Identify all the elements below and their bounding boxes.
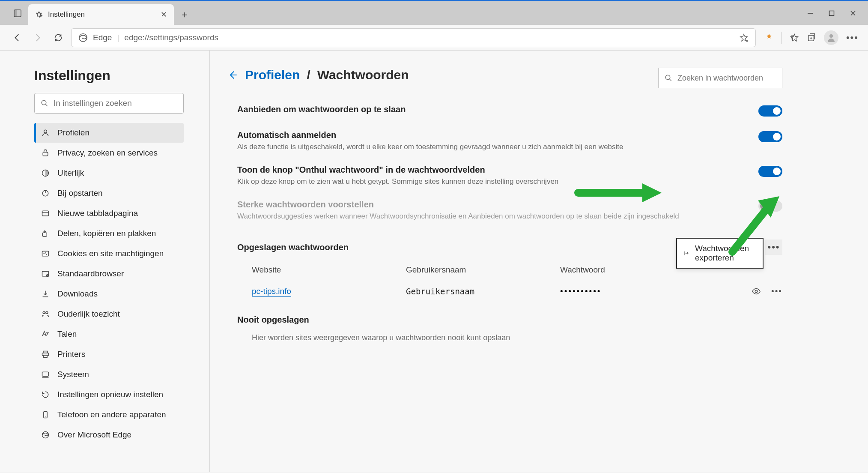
back-button[interactable]	[9, 30, 25, 45]
row-actions: •••	[752, 287, 782, 296]
reveal-password-icon[interactable]	[752, 287, 761, 296]
svg-rect-18	[42, 211, 49, 216]
sidebar-item-share[interactable]: Delen, kopiëren en plakken	[34, 224, 184, 243]
browser-toolbar: Edge | edge://settings/passwords •••	[0, 25, 868, 51]
svg-rect-14	[43, 152, 48, 156]
address-bar[interactable]: Edge | edge://settings/passwords	[71, 28, 756, 47]
svg-point-35	[45, 416, 46, 417]
newtab-icon	[40, 209, 51, 218]
sidebar-item-family[interactable]: Ouderlijk toezicht	[34, 304, 184, 324]
sidebar-item-language[interactable]: Talen	[34, 324, 184, 344]
sidebar-item-label: Systeem	[57, 370, 89, 379]
breadcrumb-back-icon[interactable]	[228, 70, 238, 80]
svg-rect-3	[829, 11, 834, 15]
setting-toggle[interactable]	[758, 166, 782, 177]
family-icon	[40, 310, 51, 318]
col-website: Website	[252, 265, 406, 275]
password-username: Gebruikersnaam	[406, 287, 560, 296]
forward-button[interactable]	[30, 30, 45, 45]
sidebar-item-edge[interactable]: Over Microsoft Edge	[34, 425, 184, 445]
sidebar-item-reset[interactable]: Instellingen opnieuw instellen	[34, 385, 184, 404]
setting-title: Sterke wachtwoorden voorstellen	[237, 200, 679, 210]
new-tab-button[interactable]: ＋	[174, 4, 195, 25]
appearance-icon	[40, 169, 51, 177]
password-site-link[interactable]: pc-tips.info	[252, 287, 291, 297]
settings-search-input[interactable]: In instellingen zoeken	[34, 93, 184, 114]
sidebar-item-label: Delen, kopiëren en plakken	[57, 229, 156, 238]
sidebar-item-label: Privacy, zoeken en services	[57, 148, 158, 158]
close-tab-icon[interactable]: ✕	[161, 10, 167, 19]
close-window-icon[interactable]	[850, 10, 856, 16]
setting-title: Automatisch aanmelden	[237, 130, 623, 140]
sidebar-item-person[interactable]: Profielen	[34, 123, 184, 143]
svg-rect-20	[42, 233, 47, 236]
setting-row: Automatisch aanmeldenAls deze functie is…	[237, 124, 782, 159]
col-username: Gebruikersnaam	[406, 265, 560, 275]
sidebar-item-default[interactable]: Standaardbrowser	[34, 264, 184, 284]
power-icon	[40, 189, 51, 198]
sidebar-item-lock[interactable]: Privacy, zoeken en services	[34, 143, 184, 163]
password-search-placeholder: Zoeken in wachtwoorden	[677, 74, 763, 83]
reload-button[interactable]	[51, 30, 66, 45]
extensions-icon[interactable]	[764, 33, 774, 42]
sidebar-item-printer[interactable]: Printers	[34, 344, 184, 364]
search-placeholder: In instellingen zoeken	[54, 99, 132, 108]
sidebar-item-system[interactable]: Systeem	[34, 365, 184, 384]
tab-strip: Instellingen ✕ ＋	[0, 1, 868, 25]
breadcrumb-link[interactable]: Profielen	[245, 68, 300, 82]
svg-point-11	[42, 100, 46, 105]
setting-title: Aanbieden om wachtwoorden op te slaan	[237, 105, 406, 114]
address-url: edge://settings/passwords	[124, 33, 218, 42]
setting-toggle[interactable]	[758, 105, 782, 117]
svg-point-6	[79, 33, 87, 41]
saved-passwords-header: Opgeslagen wachtwoorden Wachtwoorden exp…	[237, 239, 782, 255]
default-icon	[40, 269, 51, 278]
favorite-star-icon[interactable]	[739, 33, 749, 42]
svg-rect-21	[42, 251, 49, 256]
minimize-icon[interactable]	[807, 10, 813, 16]
maximize-icon[interactable]	[829, 10, 835, 16]
never-saved-desc: Hier worden sites weergegeven waarop u w…	[252, 333, 782, 342]
row-more-icon[interactable]: •••	[771, 287, 782, 296]
more-menu-icon[interactable]: •••	[846, 32, 859, 43]
sidebar-item-cookies[interactable]: Cookies en site machtigingen	[34, 244, 184, 263]
sidebar-item-label: Nieuwe tabbladpagina	[57, 209, 138, 218]
setting-toggle	[758, 201, 782, 212]
svg-point-28	[46, 311, 48, 314]
profile-avatar[interactable]	[824, 30, 838, 45]
saved-passwords-more-button[interactable]: •••	[765, 239, 782, 255]
setting-toggle[interactable]	[758, 131, 782, 142]
sidebar-item-label: Bij opstarten	[57, 189, 103, 198]
tab-actions-icon[interactable]	[7, 1, 28, 25]
password-search-input[interactable]: Zoeken in wachtwoorden	[658, 68, 782, 88]
sidebar-item-phone[interactable]: Telefoon en andere apparaten	[34, 405, 184, 425]
export-icon	[684, 249, 689, 257]
sidebar-item-appearance[interactable]: Uiterlijk	[34, 163, 184, 183]
person-icon	[40, 129, 51, 137]
setting-row: Toon de knop "Onthul wachtwoord" in de w…	[237, 159, 782, 194]
favorites-icon[interactable]	[790, 33, 799, 42]
svg-point-10	[829, 34, 833, 38]
export-passwords-menu-item[interactable]: Wachtwoorden exporteren	[676, 238, 764, 269]
gear-icon	[35, 11, 43, 18]
collections-icon[interactable]	[807, 33, 816, 42]
cookies-icon	[40, 249, 51, 258]
sidebar-title: Instellingen	[34, 68, 184, 84]
sidebar-item-label: Printers	[57, 350, 85, 359]
sidebar-item-label: Standaardbrowser	[57, 269, 124, 278]
edge-logo-icon	[78, 33, 88, 42]
setting-description: Als deze functie is uitgeschakeld, wordt…	[237, 143, 623, 151]
download-icon	[40, 290, 51, 298]
breadcrumb-current: Wachtwoorden	[317, 68, 409, 82]
setting-row: Aanbieden om wachtwoorden op te slaan	[237, 99, 782, 124]
never-saved-title: Nooit opgeslagen	[237, 315, 782, 325]
table-row: pc-tips.info Gebruikersnaam •••••••••• •…	[252, 287, 782, 296]
setting-description: Wachtwoordsuggesties werken wanneer Wach…	[237, 212, 679, 221]
browser-tab[interactable]: Instellingen ✕	[28, 4, 174, 25]
svg-rect-31	[44, 355, 47, 358]
setting-row: Sterke wachtwoorden voorstellenWachtwoor…	[237, 194, 782, 228]
sidebar-item-newtab[interactable]: Nieuwe tabbladpagina	[34, 204, 184, 223]
sidebar-item-label: Downloads	[57, 289, 98, 299]
sidebar-item-power[interactable]: Bij opstarten	[34, 183, 184, 203]
sidebar-item-download[interactable]: Downloads	[34, 284, 184, 304]
